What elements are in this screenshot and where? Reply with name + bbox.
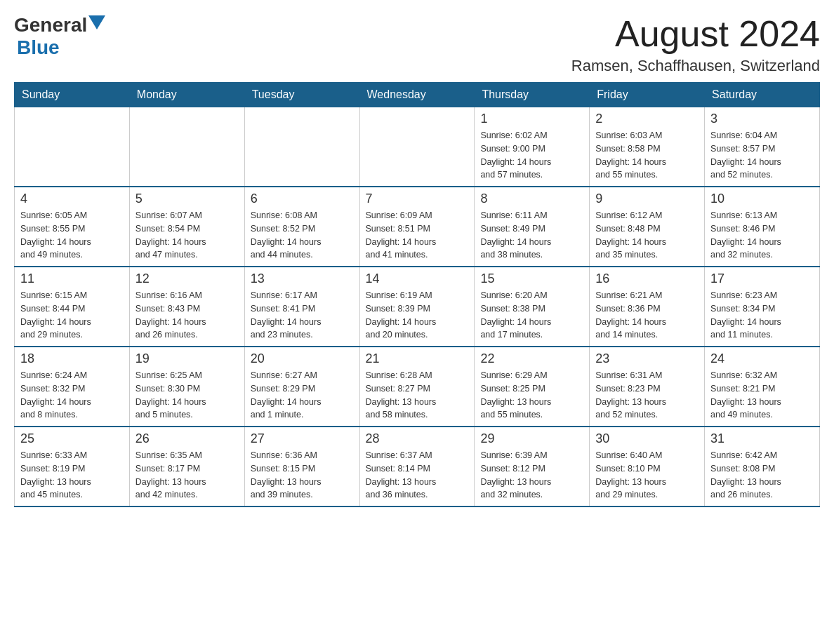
weekday-header-row: SundayMondayTuesdayWednesdayThursdayFrid… bbox=[15, 83, 820, 107]
week-row-2: 4Sunrise: 6:05 AMSunset: 8:55 PMDaylight… bbox=[15, 187, 820, 267]
day-info: Sunrise: 6:11 AMSunset: 8:49 PMDaylight:… bbox=[480, 209, 583, 262]
day-info: Sunrise: 6:19 AMSunset: 8:39 PMDaylight:… bbox=[366, 289, 469, 342]
day-number: 27 bbox=[251, 431, 354, 446]
day-cell: 3Sunrise: 6:04 AMSunset: 8:57 PMDaylight… bbox=[705, 107, 820, 187]
day-number: 29 bbox=[480, 431, 583, 446]
day-cell: 28Sunrise: 6:37 AMSunset: 8:14 PMDayligh… bbox=[359, 427, 475, 507]
calendar-table: SundayMondayTuesdayWednesdayThursdayFrid… bbox=[14, 82, 820, 507]
day-number: 30 bbox=[595, 431, 699, 446]
day-info: Sunrise: 6:05 AMSunset: 8:55 PMDaylight:… bbox=[20, 209, 124, 262]
day-number: 18 bbox=[20, 351, 124, 366]
day-cell: 16Sunrise: 6:21 AMSunset: 8:36 PMDayligh… bbox=[590, 267, 705, 347]
week-row-4: 18Sunrise: 6:24 AMSunset: 8:32 PMDayligh… bbox=[15, 347, 820, 427]
week-row-3: 11Sunrise: 6:15 AMSunset: 8:44 PMDayligh… bbox=[15, 267, 820, 347]
week-row-1: 1Sunrise: 6:02 AMSunset: 9:00 PMDaylight… bbox=[15, 107, 820, 187]
weekday-header-sunday: Sunday bbox=[15, 83, 130, 107]
day-number: 7 bbox=[366, 192, 469, 206]
day-cell: 19Sunrise: 6:25 AMSunset: 8:30 PMDayligh… bbox=[129, 347, 244, 427]
day-info: Sunrise: 6:42 AMSunset: 8:08 PMDaylight:… bbox=[710, 449, 814, 502]
day-info: Sunrise: 6:02 AMSunset: 9:00 PMDaylight:… bbox=[480, 129, 583, 182]
day-cell: 24Sunrise: 6:32 AMSunset: 8:21 PMDayligh… bbox=[705, 347, 820, 427]
day-info: Sunrise: 6:20 AMSunset: 8:38 PMDaylight:… bbox=[480, 289, 583, 342]
day-number: 5 bbox=[135, 192, 239, 206]
day-info: Sunrise: 6:40 AMSunset: 8:10 PMDaylight:… bbox=[595, 449, 699, 502]
day-info: Sunrise: 6:12 AMSunset: 8:48 PMDaylight:… bbox=[595, 209, 699, 262]
weekday-header-wednesday: Wednesday bbox=[359, 83, 475, 107]
day-info: Sunrise: 6:08 AMSunset: 8:52 PMDaylight:… bbox=[251, 209, 354, 262]
day-cell: 15Sunrise: 6:20 AMSunset: 8:38 PMDayligh… bbox=[475, 267, 590, 347]
title-block: August 2024 Ramsen, Schaffhausen, Switze… bbox=[571, 14, 820, 75]
day-info: Sunrise: 6:36 AMSunset: 8:15 PMDaylight:… bbox=[251, 449, 354, 502]
day-info: Sunrise: 6:07 AMSunset: 8:54 PMDaylight:… bbox=[135, 209, 239, 262]
day-cell: 12Sunrise: 6:16 AMSunset: 8:43 PMDayligh… bbox=[129, 267, 244, 347]
day-cell: 25Sunrise: 6:33 AMSunset: 8:19 PMDayligh… bbox=[15, 427, 130, 507]
day-cell: 13Sunrise: 6:17 AMSunset: 8:41 PMDayligh… bbox=[244, 267, 359, 347]
day-info: Sunrise: 6:35 AMSunset: 8:17 PMDaylight:… bbox=[135, 449, 239, 502]
day-cell: 31Sunrise: 6:42 AMSunset: 8:08 PMDayligh… bbox=[705, 427, 820, 507]
day-cell: 17Sunrise: 6:23 AMSunset: 8:34 PMDayligh… bbox=[705, 267, 820, 347]
weekday-header-saturday: Saturday bbox=[705, 83, 820, 107]
day-cell: 20Sunrise: 6:27 AMSunset: 8:29 PMDayligh… bbox=[244, 347, 359, 427]
day-number: 8 bbox=[480, 192, 583, 206]
day-cell: 1Sunrise: 6:02 AMSunset: 9:00 PMDaylight… bbox=[475, 107, 590, 187]
day-number: 13 bbox=[251, 271, 354, 286]
day-info: Sunrise: 6:13 AMSunset: 8:46 PMDaylight:… bbox=[710, 209, 814, 262]
day-number: 4 bbox=[20, 192, 124, 206]
day-number: 12 bbox=[135, 271, 239, 286]
day-info: Sunrise: 6:23 AMSunset: 8:34 PMDaylight:… bbox=[710, 289, 814, 342]
day-info: Sunrise: 6:03 AMSunset: 8:58 PMDaylight:… bbox=[595, 129, 699, 182]
day-number: 17 bbox=[710, 271, 814, 286]
calendar-body: 1Sunrise: 6:02 AMSunset: 9:00 PMDaylight… bbox=[15, 107, 820, 507]
day-cell: 21Sunrise: 6:28 AMSunset: 8:27 PMDayligh… bbox=[359, 347, 475, 427]
day-cell: 7Sunrise: 6:09 AMSunset: 8:51 PMDaylight… bbox=[359, 187, 475, 267]
day-info: Sunrise: 6:32 AMSunset: 8:21 PMDaylight:… bbox=[710, 369, 814, 422]
day-info: Sunrise: 6:21 AMSunset: 8:36 PMDaylight:… bbox=[595, 289, 699, 342]
day-cell bbox=[15, 107, 130, 187]
day-number: 15 bbox=[480, 271, 583, 286]
day-cell bbox=[359, 107, 475, 187]
day-cell: 18Sunrise: 6:24 AMSunset: 8:32 PMDayligh… bbox=[15, 347, 130, 427]
day-cell: 8Sunrise: 6:11 AMSunset: 8:49 PMDaylight… bbox=[475, 187, 590, 267]
day-cell: 27Sunrise: 6:36 AMSunset: 8:15 PMDayligh… bbox=[244, 427, 359, 507]
day-cell: 10Sunrise: 6:13 AMSunset: 8:46 PMDayligh… bbox=[705, 187, 820, 267]
day-cell: 5Sunrise: 6:07 AMSunset: 8:54 PMDaylight… bbox=[129, 187, 244, 267]
day-number: 20 bbox=[251, 351, 354, 366]
day-info: Sunrise: 6:09 AMSunset: 8:51 PMDaylight:… bbox=[366, 209, 469, 262]
day-info: Sunrise: 6:24 AMSunset: 8:32 PMDaylight:… bbox=[20, 369, 124, 422]
day-cell: 9Sunrise: 6:12 AMSunset: 8:48 PMDaylight… bbox=[590, 187, 705, 267]
day-cell: 22Sunrise: 6:29 AMSunset: 8:25 PMDayligh… bbox=[475, 347, 590, 427]
weekday-header-thursday: Thursday bbox=[475, 83, 590, 107]
logo-triangle-icon bbox=[88, 15, 105, 29]
page-header: General Blue August 2024 Ramsen, Schaffh… bbox=[14, 14, 820, 75]
day-info: Sunrise: 6:16 AMSunset: 8:43 PMDaylight:… bbox=[135, 289, 239, 342]
day-number: 25 bbox=[20, 431, 124, 446]
day-number: 26 bbox=[135, 431, 239, 446]
weekday-header-monday: Monday bbox=[129, 83, 244, 107]
day-number: 3 bbox=[710, 112, 814, 126]
day-cell: 6Sunrise: 6:08 AMSunset: 8:52 PMDaylight… bbox=[244, 187, 359, 267]
day-cell: 30Sunrise: 6:40 AMSunset: 8:10 PMDayligh… bbox=[590, 427, 705, 507]
day-number: 1 bbox=[480, 112, 583, 126]
logo-blue-text: Blue bbox=[17, 36, 60, 59]
day-info: Sunrise: 6:37 AMSunset: 8:14 PMDaylight:… bbox=[366, 449, 469, 502]
day-number: 24 bbox=[710, 351, 814, 366]
logo-general-text: General bbox=[14, 14, 87, 36]
day-info: Sunrise: 6:31 AMSunset: 8:23 PMDaylight:… bbox=[595, 369, 699, 422]
day-number: 11 bbox=[20, 271, 124, 286]
calendar-header: SundayMondayTuesdayWednesdayThursdayFrid… bbox=[15, 83, 820, 107]
day-cell bbox=[129, 107, 244, 187]
day-info: Sunrise: 6:17 AMSunset: 8:41 PMDaylight:… bbox=[251, 289, 354, 342]
day-cell: 23Sunrise: 6:31 AMSunset: 8:23 PMDayligh… bbox=[590, 347, 705, 427]
day-number: 21 bbox=[366, 351, 469, 366]
weekday-header-tuesday: Tuesday bbox=[244, 83, 359, 107]
day-number: 16 bbox=[595, 271, 699, 286]
day-number: 31 bbox=[710, 431, 814, 446]
day-info: Sunrise: 6:27 AMSunset: 8:29 PMDaylight:… bbox=[251, 369, 354, 422]
week-row-5: 25Sunrise: 6:33 AMSunset: 8:19 PMDayligh… bbox=[15, 427, 820, 507]
day-number: 14 bbox=[366, 271, 469, 286]
day-number: 22 bbox=[480, 351, 583, 366]
month-year-title: August 2024 bbox=[571, 14, 820, 54]
day-number: 9 bbox=[595, 192, 699, 206]
day-cell: 4Sunrise: 6:05 AMSunset: 8:55 PMDaylight… bbox=[15, 187, 130, 267]
location-subtitle: Ramsen, Schaffhausen, Switzerland bbox=[571, 57, 820, 75]
